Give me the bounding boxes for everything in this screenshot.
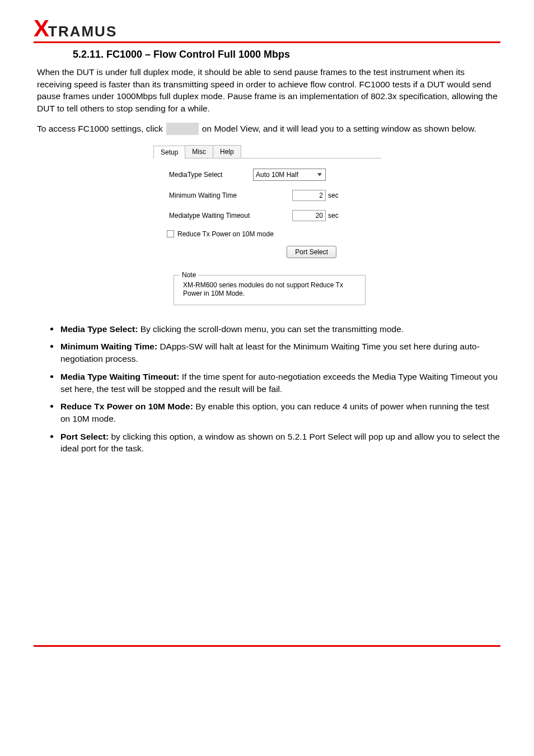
bullet-5-label: Port Select: [60, 432, 111, 441]
hint-post-text: on Model View, and it will lead you to a… [202, 124, 476, 134]
note-groupbox: Note XM-RM600 series modules do not supp… [174, 275, 366, 305]
reduce-tx-checkbox[interactable] [167, 230, 174, 237]
timeout-label: Mediatype Waiting Timeout [169, 212, 253, 220]
bullet-min-wait: Minimum Waiting Time: DApps-SW will halt… [50, 340, 500, 365]
panel-body: MediaType Select Auto 10M Half Minimum W… [153, 158, 381, 305]
media-type-select[interactable]: Auto 10M Half [253, 169, 326, 181]
chevron-down-icon [317, 173, 322, 176]
bullet-4-label: Reduce Tx Power on 10M Mode: [60, 402, 195, 411]
bullet-media-type: Media Type Select: By clicking the scrol… [50, 323, 500, 335]
row-media-type: MediaType Select Auto 10M Half [169, 169, 370, 181]
bullet-reduce-tx: Reduce Tx Power on 10M Mode: By enable t… [50, 400, 500, 424]
bullet-5-text: by clicking this option, a window as sho… [60, 432, 500, 454]
logo: X TRAMUS [34, 17, 117, 40]
logo-rest: TRAMUS [48, 24, 117, 39]
media-type-label: MediaType Select [169, 171, 253, 179]
tab-help[interactable]: Help [213, 145, 241, 158]
bullet-3-label: Media Type Waiting Timeout: [60, 372, 182, 381]
page-header: X TRAMUS [34, 17, 500, 43]
page-footer [34, 645, 500, 649]
unit-sec-1: sec [328, 192, 339, 199]
paragraph-click-hint: To access FC1000 settings, click on Mode… [37, 123, 500, 135]
bullet-port-select: Port Select: by clicking this option, a … [50, 431, 500, 455]
min-wait-input[interactable] [292, 190, 326, 201]
note-legend: Note [180, 271, 198, 279]
settings-screenshot: Setup Misc Help MediaType Select Auto 10… [34, 145, 500, 313]
timeout-input[interactable] [292, 210, 326, 221]
settings-panel: Setup Misc Help MediaType Select Auto 10… [153, 145, 381, 313]
logo-x-glyph: X [34, 17, 48, 40]
row-min-wait: Minimum Waiting Time sec [169, 190, 370, 201]
bullet-list: Media Type Select: By clicking the scrol… [50, 323, 500, 455]
bullet-timeout: Media Type Waiting Timeout: If the time … [50, 371, 500, 395]
unit-sec-2: sec [328, 212, 339, 220]
tab-bar: Setup Misc Help [153, 145, 381, 158]
reduce-tx-label: Reduce Tx Power on 10M mode [177, 230, 274, 238]
row-port-select: Port Select [169, 246, 370, 258]
tab-misc[interactable]: Misc [185, 145, 213, 158]
bullet-1-text: By clicking the scroll-down menu, you ca… [140, 324, 404, 334]
port-select-button[interactable]: Port Select [287, 246, 336, 258]
bullet-2-label: Minimum Waiting Time: [60, 342, 160, 351]
min-wait-label: Minimum Waiting Time [169, 192, 253, 199]
placeholder-icon [166, 123, 199, 135]
hint-pre-text: To access FC1000 settings, click [37, 124, 163, 134]
note-text: XM-RM600 series modules do not support R… [181, 281, 358, 298]
paragraph-intro: When the DUT is under full duplex mode, … [37, 66, 500, 115]
media-type-value: Auto 10M Half [256, 171, 298, 179]
tab-setup[interactable]: Setup [153, 146, 185, 158]
bullet-1-label: Media Type Select: [60, 324, 140, 334]
row-reduce-tx: Reduce Tx Power on 10M mode [167, 230, 370, 238]
section-title: 5.2.11. FC1000 – Flow Control Full 1000 … [73, 49, 500, 60]
row-timeout: Mediatype Waiting Timeout sec [169, 210, 370, 221]
